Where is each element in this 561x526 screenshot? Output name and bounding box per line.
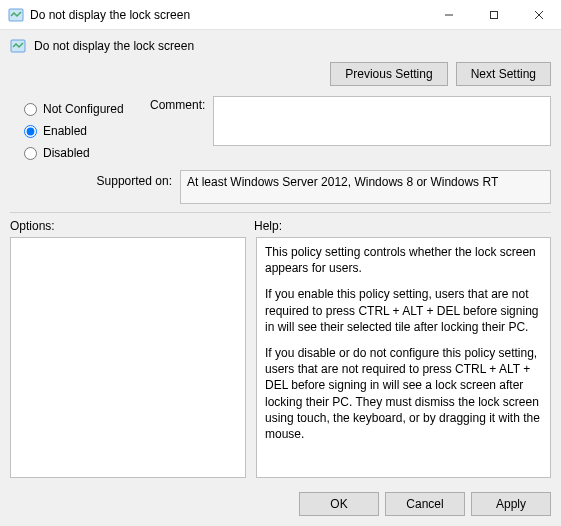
- comment-label: Comment:: [150, 96, 213, 112]
- help-label: Help:: [254, 219, 551, 233]
- help-paragraph: If you enable this policy setting, users…: [265, 286, 542, 335]
- help-paragraph: This policy setting controls whether the…: [265, 244, 542, 276]
- radio-disabled[interactable]: Disabled: [10, 142, 150, 164]
- help-paragraph: If you disable or do not configure this …: [265, 345, 542, 442]
- radio-enabled[interactable]: Enabled: [10, 120, 150, 142]
- supported-on-value: At least Windows Server 2012, Windows 8 …: [180, 170, 551, 204]
- supported-on-label: Supported on:: [10, 170, 180, 188]
- minimize-button[interactable]: [426, 0, 471, 29]
- apply-button[interactable]: Apply: [471, 492, 551, 516]
- maximize-button[interactable]: [471, 0, 516, 29]
- cancel-button[interactable]: Cancel: [385, 492, 465, 516]
- radio-enabled-input[interactable]: [24, 125, 37, 138]
- close-button[interactable]: [516, 0, 561, 29]
- nav-row: Previous Setting Next Setting: [0, 58, 561, 96]
- ok-button[interactable]: OK: [299, 492, 379, 516]
- radio-disabled-label: Disabled: [43, 146, 90, 160]
- options-panel: [10, 237, 246, 478]
- window-title: Do not display the lock screen: [30, 8, 426, 22]
- radio-not-configured[interactable]: Not Configured: [10, 98, 150, 120]
- policy-icon: [10, 38, 26, 54]
- previous-setting-button[interactable]: Previous Setting: [330, 62, 447, 86]
- divider: [10, 212, 551, 213]
- svg-rect-2: [490, 11, 497, 18]
- radio-not-configured-input[interactable]: [24, 103, 37, 116]
- window-controls: [426, 0, 561, 29]
- radio-not-configured-label: Not Configured: [43, 102, 124, 116]
- footer: OK Cancel Apply: [0, 486, 561, 526]
- titlebar: Do not display the lock screen: [0, 0, 561, 30]
- comment-textarea[interactable]: [213, 96, 551, 146]
- policy-header: Do not display the lock screen: [0, 30, 561, 58]
- options-label: Options:: [10, 219, 254, 233]
- next-setting-button[interactable]: Next Setting: [456, 62, 551, 86]
- state-radio-group: Not Configured Enabled Disabled: [10, 96, 150, 164]
- app-icon: [8, 7, 24, 23]
- radio-disabled-input[interactable]: [24, 147, 37, 160]
- radio-enabled-label: Enabled: [43, 124, 87, 138]
- help-panel: This policy setting controls whether the…: [256, 237, 551, 478]
- policy-title: Do not display the lock screen: [34, 39, 551, 53]
